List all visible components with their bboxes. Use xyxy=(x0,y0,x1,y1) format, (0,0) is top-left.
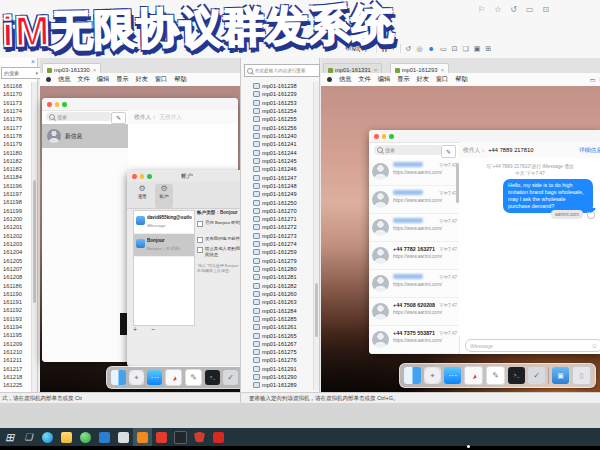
list-item[interactable]: 161218 xyxy=(0,373,30,381)
close-traffic-light[interactable] xyxy=(374,134,379,139)
menu-item[interactable]: 编辑 xyxy=(378,75,390,84)
list-item[interactable]: 161197 xyxy=(0,190,30,198)
menu-item[interactable]: 信息 xyxy=(339,75,351,84)
dock-icon[interactable] xyxy=(572,366,591,385)
vm-list-item[interactable]: mp01-161291 xyxy=(241,365,313,373)
list-item[interactable]: 161203 xyxy=(0,240,30,248)
titlebar-icon[interactable]: ⊡ xyxy=(543,5,550,14)
vm-list-item[interactable]: mp01-161271 xyxy=(241,215,313,223)
taskbar-icon[interactable] xyxy=(152,428,171,446)
vm-list-item[interactable]: mp01-161244 xyxy=(241,149,313,157)
vm-list-item[interactable]: mp01-161285 xyxy=(241,315,313,323)
list-item[interactable]: 161179 xyxy=(0,140,30,148)
vm-list-item[interactable]: mp01-161250 xyxy=(241,198,313,206)
vm-list-item[interactable]: mp01-161279 xyxy=(241,257,313,265)
scrollbar-thumb[interactable] xyxy=(315,283,318,337)
list-item[interactable]: 161208 xyxy=(0,273,30,281)
scrollbar[interactable] xyxy=(31,82,37,392)
list-item[interactable]: 161198 xyxy=(0,198,30,206)
menu-item[interactable]: 显示 xyxy=(116,75,128,84)
dock-icon[interactable] xyxy=(165,369,182,386)
menu-item[interactable]: 显示 xyxy=(397,75,409,84)
titlebar-icon[interactable]: ⚐ xyxy=(478,5,485,14)
titlebar-icon[interactable]: ↺ xyxy=(510,5,517,14)
zoom-traffic-light[interactable] xyxy=(62,102,67,107)
list-item[interactable]: 161201 xyxy=(0,223,30,231)
list-item[interactable]: 161195 xyxy=(0,331,30,339)
list-item[interactable]: 161192 xyxy=(0,306,30,314)
conversation-row[interactable]: 下午7:47 https://www.aartmt.com/ xyxy=(369,270,459,298)
list-item[interactable]: 161217 xyxy=(0,365,30,373)
toolbar-icon[interactable] xyxy=(428,45,435,52)
new-message-row[interactable]: 新信息 xyxy=(42,124,128,148)
dock-icon[interactable] xyxy=(444,367,461,384)
minimize-traffic-light[interactable] xyxy=(382,134,387,139)
library-search-combo[interactable]: 的搜索 ▾ xyxy=(1,67,41,79)
list-item[interactable]: 161182 xyxy=(0,157,30,165)
vm-list-item[interactable]: mp01-161282 xyxy=(241,282,313,290)
dock-icon[interactable] xyxy=(205,370,220,385)
vm-list-item[interactable]: mp01-161256 xyxy=(241,124,313,132)
vm-list-item[interactable]: mp01-161260 xyxy=(241,290,313,298)
dock-icon[interactable] xyxy=(552,367,569,384)
apple-menu-icon[interactable] xyxy=(46,77,51,82)
vm-list-item[interactable]: mp01-161239 xyxy=(241,90,313,98)
titlebar-icon[interactable]: ▭ xyxy=(526,5,534,14)
conversation-row[interactable]: 下午7:47 https://www.aartmt.com/ xyxy=(369,214,459,242)
vm-list-item[interactable]: mp01-161247 xyxy=(241,173,313,181)
list-item[interactable]: 161183 xyxy=(0,165,30,173)
recipient-row[interactable]: 收件人： 无收件人 xyxy=(128,110,238,125)
zoom-traffic-light[interactable] xyxy=(389,134,394,139)
dock-icon[interactable] xyxy=(486,366,505,385)
toolbar-icon[interactable] xyxy=(485,45,491,52)
vm-list-item[interactable]: mp01-161270 xyxy=(241,207,313,215)
list-item[interactable]: 161190 xyxy=(0,290,30,298)
list-item[interactable]: 161211 xyxy=(0,356,30,364)
vm-list-item[interactable]: mp01-161253 xyxy=(241,99,313,107)
toolbar-icon[interactable] xyxy=(462,45,468,52)
link-preview-chip[interactable]: aartmt.com xyxy=(551,210,583,219)
taskbar-icon[interactable] xyxy=(76,428,95,446)
list-item[interactable]: 161173 xyxy=(0,99,30,107)
dock-icon[interactable] xyxy=(147,370,162,385)
conversation-row[interactable]: +44 7375 553871 下午7:47 https://www.aartm… xyxy=(369,326,459,354)
list-item[interactable]: 161225 xyxy=(0,381,30,389)
dock-icon[interactable] xyxy=(185,369,202,386)
toolbar-icon[interactable] xyxy=(440,45,447,52)
menu-item[interactable]: 窗口 xyxy=(155,75,167,84)
taskbar-icon[interactable] xyxy=(0,428,19,446)
list-item[interactable]: 161202 xyxy=(0,232,30,240)
vm-list-item[interactable]: mp01-161254 xyxy=(241,107,313,115)
list-item[interactable]: 161170 xyxy=(0,90,30,98)
vm-list-item[interactable]: mp01-161248 xyxy=(241,182,313,190)
scrollbar[interactable] xyxy=(313,82,319,390)
minimize-traffic-light[interactable] xyxy=(55,102,60,107)
menu-item[interactable]: 好友 xyxy=(136,75,148,84)
vm-list-item[interactable]: mp01-161280 xyxy=(241,265,313,273)
taskbar-icon[interactable] xyxy=(133,428,152,446)
search-input[interactable]: 搜索 xyxy=(46,112,112,121)
compose-button[interactable]: ✎ xyxy=(111,112,126,124)
vm-list-item[interactable]: mp01-161238 xyxy=(241,82,313,90)
list-item[interactable]: 161176 xyxy=(0,115,30,123)
taskbar-icon[interactable] xyxy=(38,428,57,446)
add-remove-account-buttons[interactable]: + − xyxy=(133,326,161,333)
vm-list-item[interactable]: mp01-161241 xyxy=(241,140,313,148)
checkbox[interactable] xyxy=(197,221,203,227)
list-item[interactable]: 161168 xyxy=(0,82,30,90)
taskbar-icon[interactable] xyxy=(114,428,133,446)
emoji-icon[interactable]: ☺ xyxy=(591,342,598,349)
conversation-row[interactable]: +44 7508 620208 下午7:47 https://www.aartm… xyxy=(369,298,459,326)
taskbar-icon[interactable] xyxy=(19,428,38,446)
vm-list-item[interactable]: mp01-161249 xyxy=(241,190,313,198)
taskbar-icon[interactable] xyxy=(95,428,114,446)
library-search-input[interactable]: 在此处输入内容进行搜索 xyxy=(244,64,320,77)
menu-item[interactable]: 帮助 xyxy=(174,75,186,84)
list-item[interactable]: 161193 xyxy=(0,315,30,323)
dock-icon[interactable] xyxy=(129,370,144,385)
menu-item[interactable]: 文件 xyxy=(77,75,89,84)
vm-list-item[interactable]: mp01-161240 xyxy=(241,132,313,140)
list-item[interactable]: 161178 xyxy=(0,132,30,140)
list-item[interactable]: 161194 xyxy=(0,323,30,331)
vm-list-item[interactable]: mp01-161259 xyxy=(241,248,313,256)
